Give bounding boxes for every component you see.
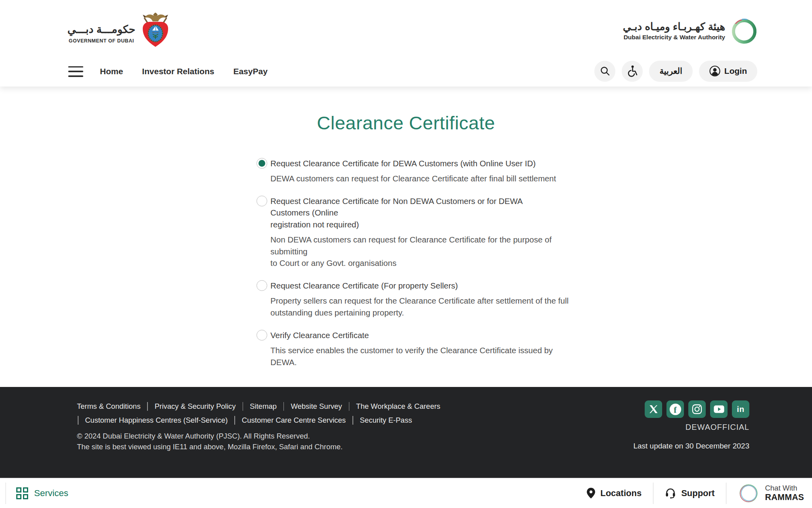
- footer-link-terms[interactable]: Terms & Conditions: [77, 402, 140, 411]
- option-texts: Request Clearance Certificate for Non DE…: [270, 195, 576, 269]
- footer-link-website-survey[interactable]: Website Survey: [291, 402, 342, 411]
- dubai-crest-icon: [140, 13, 171, 48]
- dewa-logo[interactable]: هيئة كهـربـاء وميـاه دبـي Dubai Electric…: [623, 17, 758, 45]
- footer-link-divider: [147, 402, 148, 411]
- locations-button[interactable]: Locations: [587, 488, 642, 498]
- support-button[interactable]: Support: [665, 488, 714, 499]
- footer-links-row-2: Customer Happiness Centres (Self-Service…: [77, 416, 440, 425]
- option-label: Verify Clearance Certificate: [270, 329, 560, 341]
- linkedin-button[interactable]: in: [732, 400, 749, 418]
- facebook-icon: f: [670, 404, 681, 415]
- dewa-logo-english-text: Dubai Electricity & Water Authority: [624, 34, 725, 41]
- search-button[interactable]: [594, 61, 615, 82]
- footer-copyright: © 2024 Dubai Electricity & Water Authori…: [77, 431, 440, 452]
- youtube-button[interactable]: [710, 400, 728, 418]
- rammas-label: RAMMAS: [765, 493, 804, 503]
- clearance-options-group: Request Clearance Certificate for DEWA C…: [236, 158, 576, 368]
- accessibility-button[interactable]: [622, 61, 643, 82]
- chat-with-rammas-button[interactable]: Chat With RAMMAS: [738, 483, 804, 504]
- footer-link-workplace-careers[interactable]: The Workplace & Careers: [356, 402, 440, 411]
- header: حكومـــة دبـــي GOVERNMENT OF DUBAI: [0, 0, 812, 87]
- option-label: Request Clearance Certificate for Non DE…: [270, 195, 560, 230]
- radio-dewa-customers[interactable]: [257, 158, 267, 169]
- option-non-dewa-customers[interactable]: Request Clearance Certificate for Non DE…: [257, 195, 576, 269]
- x-twitter-icon: [649, 405, 658, 414]
- footer-link-security-epass[interactable]: Security E-Pass: [360, 416, 412, 425]
- menu-icon[interactable]: [68, 66, 83, 77]
- footer-link-sitemap[interactable]: Sitemap: [250, 402, 277, 411]
- option-verify-certificate[interactable]: Verify Clearance Certificate This servic…: [257, 329, 576, 368]
- footer-link-divider: [78, 416, 79, 425]
- dewa-logo-arabic-text: هيئة كهـربـاء وميـاه دبـي: [623, 21, 725, 33]
- option-description: Property sellers can request for the Cle…: [270, 295, 569, 318]
- language-toggle-label: العربية: [659, 66, 682, 76]
- option-description: DEWA customers can request for Clearance…: [270, 173, 556, 185]
- x-twitter-button[interactable]: [645, 400, 662, 418]
- government-of-dubai-logo[interactable]: حكومـــة دبـــي GOVERNMENT OF DUBAI: [67, 13, 171, 48]
- option-label: Request Clearance Certificate for DEWA C…: [270, 158, 556, 169]
- radio-verify-certificate[interactable]: [257, 330, 267, 341]
- services-grid-icon: [16, 487, 28, 499]
- bottom-bar-left: Services: [0, 478, 68, 508]
- option-texts: Request Clearance Certificate for DEWA C…: [270, 158, 556, 185]
- footer-link-divider: [352, 416, 353, 425]
- nav-items: Home Investor Relations EasyPay: [100, 67, 287, 76]
- support-button-label: Support: [681, 488, 714, 498]
- nav-item-easypay[interactable]: EasyPay: [233, 67, 267, 76]
- primary-navigation: Home Investor Relations EasyPay: [68, 60, 287, 83]
- chat-with-rammas-text: Chat With RAMMAS: [765, 484, 804, 503]
- copyright-line-1: © 2024 Dubai Electricity & Water Authori…: [77, 431, 440, 442]
- government-of-dubai-logo-text: حكومـــة دبـــي GOVERNMENT OF DUBAI: [67, 17, 136, 44]
- chat-with-label: Chat With: [765, 484, 804, 493]
- login-button[interactable]: Login: [699, 61, 757, 82]
- nav-item-investor-relations[interactable]: Investor Relations: [142, 67, 214, 76]
- login-button-label: Login: [724, 66, 747, 76]
- radio-non-dewa-customers[interactable]: [257, 196, 267, 206]
- locations-button-label: Locations: [600, 488, 642, 498]
- radio-property-sellers[interactable]: [257, 280, 267, 291]
- bottom-bar-right: Locations Support: [587, 478, 804, 508]
- facebook-button[interactable]: f: [666, 400, 684, 418]
- gov-logo-arabic-text: حكومـــة دبـــي: [67, 24, 136, 36]
- bottom-bar-divider: [726, 483, 726, 504]
- last-update-text: Last update on 30 December 2023: [633, 442, 749, 450]
- user-icon: [709, 65, 720, 77]
- header-actions: العربية Login: [594, 60, 757, 82]
- linkedin-icon: in: [737, 405, 745, 414]
- footer-link-divider: [283, 402, 284, 411]
- instagram-icon: [692, 404, 702, 414]
- services-button[interactable]: Services: [16, 487, 68, 499]
- footer-link-divider: [243, 402, 243, 411]
- social-handle: DEWAOFFICIAL: [686, 423, 749, 432]
- services-button-label: Services: [34, 488, 68, 498]
- search-icon: [600, 66, 610, 76]
- nav-item-home[interactable]: Home: [100, 67, 123, 76]
- accessibility-wheelchair-icon: [627, 65, 638, 77]
- footer: Terms & Conditions Privacy & Security Po…: [0, 387, 812, 478]
- option-texts: Request Clearance Certificate (For prope…: [270, 280, 569, 319]
- bottom-bar-divider: [653, 483, 653, 504]
- option-property-sellers[interactable]: Request Clearance Certificate (For prope…: [257, 280, 576, 319]
- dewa-logo-text: هيئة كهـربـاء وميـاه دبـي Dubai Electric…: [623, 21, 725, 41]
- footer-link-privacy[interactable]: Privacy & Security Policy: [155, 402, 236, 411]
- social-icons-row: f in: [645, 400, 749, 418]
- option-description: This service enables the customer to ver…: [270, 344, 576, 368]
- rammas-logo-icon: [738, 483, 759, 504]
- location-pin-icon: [587, 488, 595, 498]
- option-description: Non DEWA customers can request for Clear…: [270, 234, 576, 269]
- footer-social: f in: [633, 400, 749, 450]
- page-title: Clearance Certificate: [0, 112, 812, 134]
- instagram-button[interactable]: [688, 400, 706, 418]
- option-dewa-customers[interactable]: Request Clearance Certificate for DEWA C…: [257, 158, 576, 185]
- footer-link-divider: [234, 416, 235, 425]
- headset-icon: [665, 488, 676, 499]
- footer-links-row-1: Terms & Conditions Privacy & Security Po…: [77, 402, 440, 411]
- copyright-line-2: The site is best viewed using IE11 and a…: [77, 442, 440, 452]
- footer-link-divider: [349, 402, 350, 411]
- footer-link-care-centre-services[interactable]: Customer Care Centre Services: [242, 416, 346, 425]
- footer-link-happiness-centres[interactable]: Customer Happiness Centres (Self-Service…: [85, 416, 228, 425]
- bottom-bar-edge-divider: [6, 483, 6, 504]
- page: حكومـــة دبـــي GOVERNMENT OF DUBAI: [0, 0, 812, 508]
- language-toggle-arabic[interactable]: العربية: [649, 61, 692, 82]
- dewa-swirl-icon: [730, 17, 758, 45]
